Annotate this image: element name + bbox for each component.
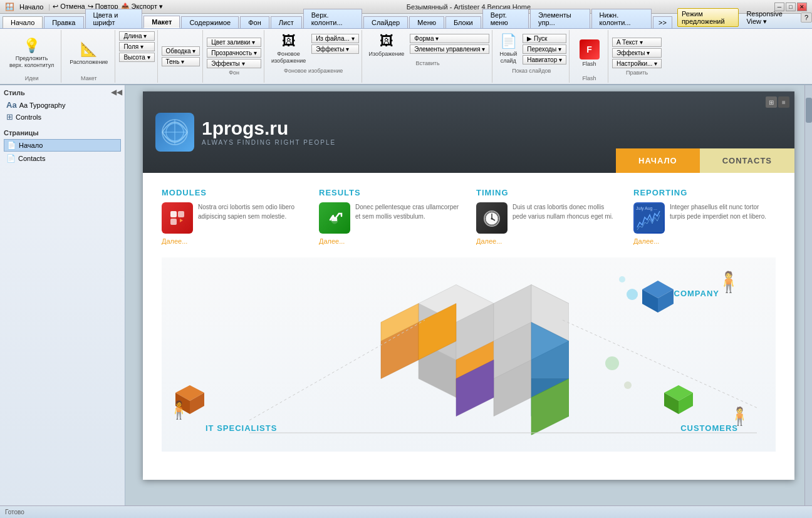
nav-contacts[interactable]: CONTACTS: [700, 148, 794, 173]
controls-item[interactable]: ⊞ Controls: [4, 111, 121, 123]
shape-dropdown[interactable]: Форма ▾: [410, 34, 489, 43]
tab-colors[interactable]: Цвета и шрифт: [85, 9, 143, 28]
ribbon-group-border: Обводка ▾ Тень ▾: [159, 30, 204, 83]
fon-effects-dropdown[interactable]: Эффекты ▾: [207, 59, 261, 68]
page-nachalo[interactable]: 📄 Начало: [4, 139, 121, 152]
length-dropdown[interactable]: Длина ▾: [119, 31, 154, 41]
controls-dropdown[interactable]: Элементы управления ▾: [410, 44, 489, 54]
shadow-dropdown[interactable]: Тень ▾: [162, 57, 200, 66]
bubble-3: [605, 356, 619, 370]
feature-results-more[interactable]: Далее...: [319, 237, 461, 245]
ribbon-group-edit: A Текст ▾ Эффекты ▾ Настройки... ▾ Прави…: [610, 30, 664, 83]
help-button[interactable]: ?: [801, 13, 812, 23]
figure-customers: 🧍: [729, 406, 751, 427]
settings-dropdown[interactable]: Настройки... ▾: [612, 59, 662, 68]
feature-modules: MODULES Nostra o: [162, 188, 304, 245]
feature-reporting-icon: July Aug ...: [633, 202, 665, 234]
scrollbar-right[interactable]: [804, 85, 812, 505]
feature-timing-icon: [476, 202, 508, 234]
ribbon-group-fon: Цвет заливки ▾ Прозрачность ▾ Эффекты ▾ …: [204, 30, 264, 83]
feature-timing-text: Duis ut cras lobortis donec mollis pede …: [513, 202, 618, 221]
responsive-view[interactable]: Responsive View ▾: [742, 9, 797, 27]
fields-dropdown[interactable]: Поля ▾: [119, 42, 154, 51]
canvas-controls: ⊞ ≡: [766, 96, 789, 108]
ribbon-content: 💡 Предложитьверх. колонтитул Идеи 📐 Расп…: [0, 29, 812, 85]
website-canvas: 1progs.ru ALWAYS FINDING RIGHT PEOPLE ⊞ …: [143, 91, 794, 480]
tab-nachalo[interactable]: Начало: [3, 16, 43, 28]
from-file-dropdown[interactable]: Из файла... ▾: [311, 34, 358, 43]
scrollbar-thumb[interactable]: [806, 98, 812, 123]
nav-nachalo[interactable]: НАЧАЛО: [616, 148, 700, 173]
page-contacts[interactable]: 📄 Contacts: [4, 153, 121, 164]
tab-slider[interactable]: Слайдер: [363, 16, 408, 28]
pages-section: Страницы 📄 Начало 📄 Contacts: [4, 129, 121, 164]
navigator-dropdown[interactable]: Навигатор ▾: [523, 55, 566, 65]
diagram-section: COMPANY IT SPECIALISTS CUSTOMERS: [162, 257, 776, 452]
text-dropdown[interactable]: A Текст ▾: [612, 38, 662, 47]
tab-elements[interactable]: Элементы упр...: [530, 9, 590, 28]
feature-timing-title: TIMING: [476, 188, 618, 197]
svg-rect-6: [170, 219, 177, 225]
style-section-title: Стиль: [4, 89, 121, 96]
typography-item[interactable]: Aa Aa Typography: [4, 99, 121, 111]
border-dropdown[interactable]: Обводка ▾: [162, 46, 200, 56]
tab-list[interactable]: Лист: [271, 16, 302, 28]
feature-results-title: RESULTS: [319, 188, 461, 197]
tab-more[interactable]: >>: [653, 16, 672, 28]
transitions-dropdown[interactable]: Переходы ▾: [523, 44, 566, 54]
tab-pravka[interactable]: Правка: [44, 16, 83, 28]
tab-vmenu[interactable]: Верт. меню: [482, 9, 529, 28]
customers-cube: [663, 384, 694, 417]
bg-image-button[interactable]: 🖼 Фоновоеизображение: [268, 31, 309, 66]
page-icon-contacts: 📄: [6, 154, 16, 163]
height-dropdown[interactable]: Высота ▾: [119, 53, 154, 62]
main-area: ◀◀ Стиль Aa Aa Typography ⊞ Controls Стр…: [0, 85, 812, 505]
tab-maket[interactable]: Макет: [143, 16, 180, 28]
tab-menu[interactable]: Меню: [409, 16, 444, 28]
tab-bloki[interactable]: Блоки: [445, 16, 481, 28]
tab-fon[interactable]: Фон: [240, 16, 269, 28]
logo-text: 1progs.ru ALWAYS FINDING RIGHT PEOPLE: [202, 119, 336, 146]
undo-button[interactable]: ↩ Отмена: [53, 3, 85, 11]
svg-point-12: [491, 218, 493, 220]
feature-modules-text: Nostra orci lobortis sem odio libero adi…: [198, 202, 304, 221]
ribbon-group-slideshow: 📄 Новыйслайд ▶ Пуск Переходы ▾ Навигатор…: [494, 30, 570, 83]
site-logo: 1progs.ru ALWAYS FINDING RIGHT PEOPLE: [155, 113, 336, 152]
play-button[interactable]: ▶ Пуск: [523, 34, 566, 43]
transparency-dropdown[interactable]: Прозрачность ▾: [207, 48, 261, 58]
image-insert-button[interactable]: 🖼 Изображение: [366, 31, 408, 59]
tab-footer[interactable]: Нижн. колонти...: [591, 9, 652, 28]
new-slide-button[interactable]: 📄 Новыйслайд: [496, 31, 520, 66]
feature-results-icon: [319, 202, 350, 234]
file-menu[interactable]: Начало: [17, 3, 46, 11]
logo-icon: [155, 113, 194, 152]
tab-content[interactable]: Содержимое: [181, 16, 239, 28]
suggestions-mode[interactable]: Режим предложений: [677, 8, 739, 27]
flash-button[interactable]: F Flash: [576, 31, 603, 75]
ribbon-group-label-fon: Фон: [207, 70, 261, 76]
status-bar: Готово: [0, 505, 812, 518]
fill-color-dropdown[interactable]: Цвет заливки ▾: [207, 38, 261, 47]
figure-company: 🧍: [716, 270, 741, 294]
ribbon-group-flash: F Flash Flash: [571, 30, 608, 83]
bg-effects-dropdown[interactable]: Эффекты ▾: [311, 44, 358, 54]
bubble-2: [619, 276, 625, 282]
feature-timing: TIMING: [476, 188, 618, 245]
feature-reporting: REPORTING July Aug ...: [633, 188, 776, 245]
svg-text:July: July: [636, 206, 644, 211]
feature-timing-more[interactable]: Далее...: [476, 237, 618, 245]
canvas-icon-btn2[interactable]: ≡: [778, 96, 789, 108]
layout-button[interactable]: 📐 Расположение: [66, 31, 111, 75]
canvas-icon-btn1[interactable]: ⊞: [766, 96, 777, 108]
feature-reporting-more[interactable]: Далее...: [633, 237, 776, 245]
company-cube: [641, 279, 675, 316]
ribbon-group-label-slideshow: Показ слайдов: [512, 68, 551, 74]
suggest-header-button[interactable]: 💡 Предложитьверх. колонтитул: [6, 31, 57, 75]
feature-modules-more[interactable]: Далее...: [162, 237, 304, 245]
ribbon-group-bgimage: 🖼 Фоновоеизображение Из файла... ▾ Эффек…: [266, 30, 362, 83]
sidebar-collapse-button[interactable]: ◀◀: [111, 88, 122, 96]
tab-header[interactable]: Верх. колонти...: [303, 9, 362, 28]
effects-dropdown[interactable]: Эффекты ▾: [612, 48, 662, 58]
svg-text:Aug: Aug: [645, 206, 653, 211]
canvas-area: 1progs.ru ALWAYS FINDING RIGHT PEOPLE ⊞ …: [125, 85, 812, 505]
